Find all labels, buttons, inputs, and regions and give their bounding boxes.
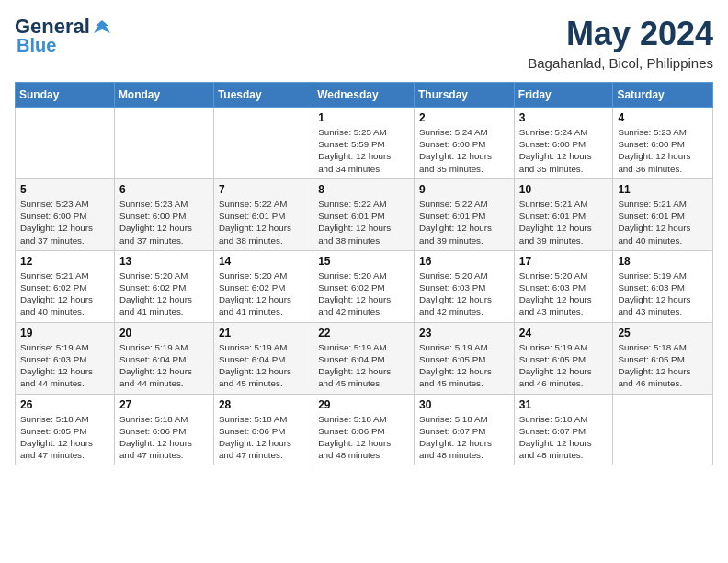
calendar-cell — [213, 108, 313, 179]
day-info: Sunrise: 5:19 AMSunset: 6:04 PMDaylight:… — [219, 341, 308, 390]
day-info: Sunrise: 5:18 AMSunset: 6:06 PMDaylight:… — [219, 413, 308, 462]
day-number: 22 — [318, 327, 409, 339]
weekday-header-sunday: Sunday — [16, 83, 115, 108]
weekday-header-tuesday: Tuesday — [213, 83, 313, 108]
day-number: 8 — [318, 183, 409, 196]
week-row-5: 26Sunrise: 5:18 AMSunset: 6:05 PMDayligh… — [16, 394, 713, 465]
calendar-cell: 30Sunrise: 5:18 AMSunset: 6:07 PMDayligh… — [415, 394, 515, 465]
day-info: Sunrise: 5:24 AMSunset: 6:00 PMDaylight:… — [419, 126, 509, 175]
page-header: General Blue May 2024 Bagahanlad, Bicol,… — [15, 15, 713, 71]
day-number: 19 — [20, 327, 109, 339]
day-number: 2 — [419, 111, 509, 124]
logo-bird-icon — [92, 17, 112, 37]
week-row-1: 1Sunrise: 5:25 AMSunset: 5:59 PMDaylight… — [16, 108, 713, 179]
calendar-cell: 8Sunrise: 5:22 AMSunset: 6:01 PMDaylight… — [313, 178, 415, 250]
calendar-body: 1Sunrise: 5:25 AMSunset: 5:59 PMDaylight… — [16, 108, 713, 465]
day-info: Sunrise: 5:18 AMSunset: 6:05 PMDaylight:… — [20, 413, 109, 462]
title-area: May 2024 Bagahanlad, Bicol, Philippines — [528, 15, 713, 71]
day-info: Sunrise: 5:19 AMSunset: 6:03 PMDaylight:… — [618, 270, 708, 318]
day-number: 25 — [618, 327, 708, 339]
day-number: 4 — [618, 111, 708, 124]
day-number: 12 — [20, 255, 109, 268]
calendar-cell: 17Sunrise: 5:20 AMSunset: 6:03 PMDayligh… — [514, 250, 613, 322]
calendar-cell: 15Sunrise: 5:20 AMSunset: 6:02 PMDayligh… — [313, 250, 415, 322]
day-info: Sunrise: 5:24 AMSunset: 6:00 PMDaylight:… — [519, 126, 609, 175]
day-info: Sunrise: 5:20 AMSunset: 6:02 PMDaylight:… — [119, 270, 209, 318]
calendar-cell: 26Sunrise: 5:18 AMSunset: 6:05 PMDayligh… — [16, 394, 115, 465]
calendar-cell: 23Sunrise: 5:19 AMSunset: 6:05 PMDayligh… — [415, 322, 515, 394]
calendar-cell: 31Sunrise: 5:18 AMSunset: 6:07 PMDayligh… — [514, 394, 613, 465]
day-info: Sunrise: 5:23 AMSunset: 6:00 PMDaylight:… — [618, 126, 708, 175]
day-info: Sunrise: 5:25 AMSunset: 5:59 PMDaylight:… — [318, 126, 409, 175]
day-number: 20 — [119, 327, 209, 339]
calendar-cell: 14Sunrise: 5:20 AMSunset: 6:02 PMDayligh… — [213, 250, 313, 322]
day-info: Sunrise: 5:18 AMSunset: 6:06 PMDaylight:… — [119, 413, 209, 462]
day-info: Sunrise: 5:20 AMSunset: 6:03 PMDaylight:… — [519, 270, 609, 318]
day-info: Sunrise: 5:19 AMSunset: 6:05 PMDaylight:… — [519, 341, 609, 390]
calendar-cell: 5Sunrise: 5:23 AMSunset: 6:00 PMDaylight… — [16, 178, 115, 250]
month-title: May 2024 — [528, 15, 713, 53]
day-number: 30 — [419, 398, 509, 411]
calendar-cell: 4Sunrise: 5:23 AMSunset: 6:00 PMDaylight… — [613, 108, 713, 179]
day-info: Sunrise: 5:19 AMSunset: 6:03 PMDaylight:… — [20, 341, 109, 390]
week-row-2: 5Sunrise: 5:23 AMSunset: 6:00 PMDaylight… — [16, 178, 713, 250]
day-number: 13 — [119, 255, 209, 268]
day-info: Sunrise: 5:22 AMSunset: 6:01 PMDaylight:… — [419, 198, 509, 247]
day-number: 10 — [519, 183, 609, 196]
calendar-cell: 28Sunrise: 5:18 AMSunset: 6:06 PMDayligh… — [213, 394, 313, 465]
day-info: Sunrise: 5:23 AMSunset: 6:00 PMDaylight:… — [20, 198, 109, 247]
day-number: 1 — [318, 111, 409, 124]
svg-marker-0 — [94, 20, 110, 33]
calendar-cell: 1Sunrise: 5:25 AMSunset: 5:59 PMDaylight… — [313, 108, 415, 179]
day-info: Sunrise: 5:21 AMSunset: 6:01 PMDaylight:… — [618, 198, 708, 247]
day-info: Sunrise: 5:21 AMSunset: 6:02 PMDaylight:… — [20, 270, 109, 318]
day-info: Sunrise: 5:23 AMSunset: 6:00 PMDaylight:… — [119, 198, 209, 247]
calendar-cell — [613, 394, 713, 465]
day-number: 31 — [519, 398, 609, 411]
calendar-table: SundayMondayTuesdayWednesdayThursdayFrid… — [15, 82, 713, 465]
day-number: 9 — [419, 183, 509, 196]
day-number: 18 — [618, 255, 708, 268]
week-row-3: 12Sunrise: 5:21 AMSunset: 6:02 PMDayligh… — [16, 250, 713, 322]
calendar-cell: 22Sunrise: 5:19 AMSunset: 6:04 PMDayligh… — [313, 322, 415, 394]
calendar-cell: 3Sunrise: 5:24 AMSunset: 6:00 PMDaylight… — [514, 108, 613, 179]
logo: General Blue — [15, 15, 112, 56]
weekday-header-monday: Monday — [114, 83, 213, 108]
calendar-cell — [114, 108, 213, 179]
day-info: Sunrise: 5:18 AMSunset: 6:06 PMDaylight:… — [318, 413, 409, 462]
weekday-header-saturday: Saturday — [613, 83, 713, 108]
day-info: Sunrise: 5:19 AMSunset: 6:05 PMDaylight:… — [419, 341, 509, 390]
day-number: 6 — [119, 183, 209, 196]
calendar-cell — [16, 108, 115, 179]
calendar-cell: 25Sunrise: 5:18 AMSunset: 6:05 PMDayligh… — [613, 322, 713, 394]
logo-text-blue: Blue — [17, 35, 56, 56]
calendar-cell: 18Sunrise: 5:19 AMSunset: 6:03 PMDayligh… — [613, 250, 713, 322]
day-info: Sunrise: 5:19 AMSunset: 6:04 PMDaylight:… — [318, 341, 409, 390]
calendar-cell: 2Sunrise: 5:24 AMSunset: 6:00 PMDaylight… — [415, 108, 515, 179]
day-info: Sunrise: 5:21 AMSunset: 6:01 PMDaylight:… — [519, 198, 609, 247]
week-row-4: 19Sunrise: 5:19 AMSunset: 6:03 PMDayligh… — [16, 322, 713, 394]
day-info: Sunrise: 5:19 AMSunset: 6:04 PMDaylight:… — [119, 341, 209, 390]
calendar-cell: 7Sunrise: 5:22 AMSunset: 6:01 PMDaylight… — [213, 178, 313, 250]
weekday-header-wednesday: Wednesday — [313, 83, 415, 108]
day-number: 21 — [219, 327, 308, 339]
day-number: 15 — [318, 255, 409, 268]
day-number: 16 — [419, 255, 509, 268]
day-number: 11 — [618, 183, 708, 196]
calendar-cell: 20Sunrise: 5:19 AMSunset: 6:04 PMDayligh… — [114, 322, 213, 394]
weekday-header-friday: Friday — [514, 83, 613, 108]
calendar-cell: 21Sunrise: 5:19 AMSunset: 6:04 PMDayligh… — [213, 322, 313, 394]
day-info: Sunrise: 5:20 AMSunset: 6:02 PMDaylight:… — [219, 270, 308, 318]
calendar-cell: 29Sunrise: 5:18 AMSunset: 6:06 PMDayligh… — [313, 394, 415, 465]
day-number: 24 — [519, 327, 609, 339]
day-number: 29 — [318, 398, 409, 411]
calendar-cell: 11Sunrise: 5:21 AMSunset: 6:01 PMDayligh… — [613, 178, 713, 250]
day-info: Sunrise: 5:20 AMSunset: 6:02 PMDaylight:… — [318, 270, 409, 318]
calendar-cell: 10Sunrise: 5:21 AMSunset: 6:01 PMDayligh… — [514, 178, 613, 250]
day-number: 27 — [119, 398, 209, 411]
day-info: Sunrise: 5:22 AMSunset: 6:01 PMDaylight:… — [219, 198, 308, 247]
day-number: 28 — [219, 398, 308, 411]
location-title: Bagahanlad, Bicol, Philippines — [528, 55, 713, 71]
day-number: 3 — [519, 111, 609, 124]
day-number: 14 — [219, 255, 308, 268]
